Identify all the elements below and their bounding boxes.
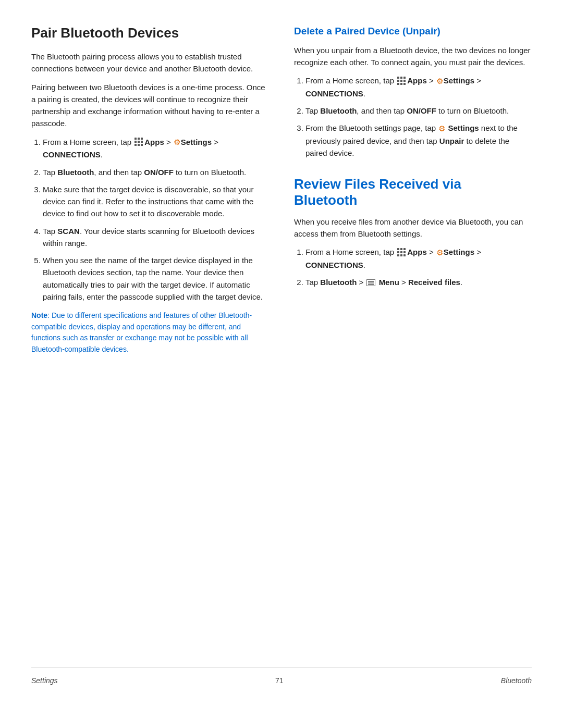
review-section: Review Files Received viaBluetooth When … <box>294 176 532 289</box>
content-area: Pair Bluetooth Devices The Bluetooth pai… <box>31 25 532 668</box>
apps-icon-2 <box>397 77 406 85</box>
settings-gear-icon-1: ⚙ <box>174 136 180 148</box>
page-footer: Settings 71 Bluetooth <box>31 668 532 686</box>
delete-step-2: Tap Bluetooth, and then tap ON/OFF to tu… <box>305 105 532 117</box>
delete-step-3: From the Bluetooth settings page, tap ⚙ … <box>305 122 532 159</box>
pair-steps-list: From a Home screen, tap Apps > ⚙Settings… <box>43 136 269 303</box>
apps-icon-1 <box>134 138 143 146</box>
intro-paragraph-2: Pairing between two Bluetooth devices is… <box>31 81 269 130</box>
pair-step-1: From a Home screen, tap Apps > ⚙Settings… <box>43 136 269 161</box>
delete-paired-title: Delete a Paired Device (Unpair) <box>294 25 532 38</box>
settings-gear-icon-2: ⚙ <box>436 75 443 87</box>
pair-step-3: Make sure that the target device is disc… <box>43 183 269 220</box>
review-step-1: From a Home screen, tap Apps > ⚙Settings… <box>305 246 532 271</box>
pair-step-5: When you see the name of the target devi… <box>43 254 269 303</box>
review-steps-list: From a Home screen, tap Apps > ⚙Settings… <box>305 246 532 288</box>
left-column: Pair Bluetooth Devices The Bluetooth pai… <box>31 25 269 668</box>
review-step-2: Tap Bluetooth > Menu > Received files. <box>305 276 532 288</box>
settings-gear-icon-3: ⚙ <box>438 122 445 134</box>
review-files-title: Review Files Received viaBluetooth <box>294 176 532 208</box>
pair-step-4: Tap SCAN. Your device starts scanning fo… <box>43 225 269 250</box>
menu-icon-svg <box>367 280 375 286</box>
delete-step-1: From a Home screen, tap Apps > ⚙Settings… <box>305 75 532 100</box>
footer-settings-label: Settings <box>31 675 58 686</box>
intro-paragraph-1: The Bluetooth pairing process allows you… <box>31 51 269 75</box>
delete-intro-paragraph: When you unpair from a Bluetooth device,… <box>294 44 532 69</box>
settings-gear-icon-4: ⚙ <box>436 246 443 258</box>
page: Pair Bluetooth Devices The Bluetooth pai… <box>0 0 563 728</box>
right-column: Delete a Paired Device (Unpair) When you… <box>294 25 532 668</box>
footer-page-number: 71 <box>275 675 284 686</box>
note-label: Note <box>31 311 47 319</box>
apps-icon-3 <box>397 248 406 257</box>
note-paragraph: Note: Due to different specifications an… <box>31 310 269 355</box>
review-intro-paragraph: When you receive files from another devi… <box>294 216 532 240</box>
pair-bluetooth-title: Pair Bluetooth Devices <box>31 25 269 41</box>
pair-step-2: Tap Bluetooth, and then tap ON/OFF to tu… <box>43 166 269 178</box>
footer-bluetooth-label: Bluetooth <box>501 675 532 686</box>
delete-steps-list: From a Home screen, tap Apps > ⚙Settings… <box>305 75 532 159</box>
